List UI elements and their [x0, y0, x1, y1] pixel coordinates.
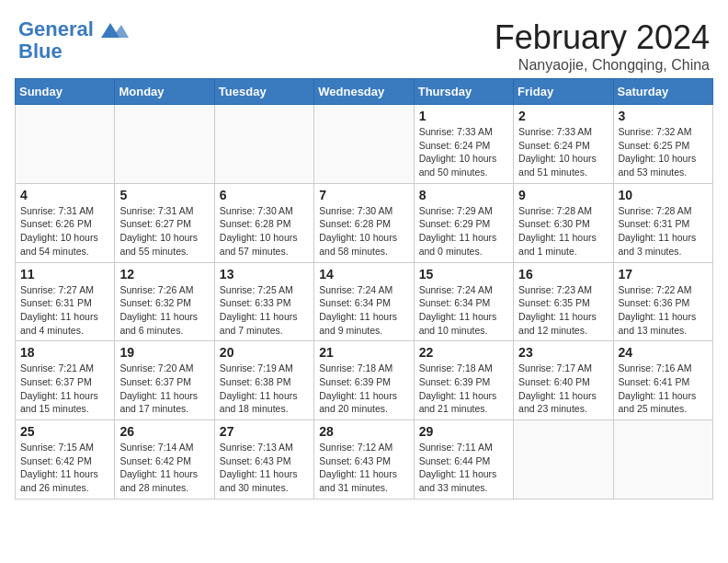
day-number: 11 — [20, 267, 109, 282]
calendar-cell — [613, 420, 712, 500]
calendar-cell: 26Sunrise: 7:14 AM Sunset: 6:42 PM Dayli… — [115, 420, 214, 500]
day-info: Sunrise: 7:29 AM Sunset: 6:29 PM Dayligh… — [419, 204, 508, 259]
day-info: Sunrise: 7:30 AM Sunset: 6:28 PM Dayligh… — [220, 204, 309, 259]
calendar-cell: 25Sunrise: 7:15 AM Sunset: 6:42 PM Dayli… — [16, 420, 115, 500]
day-info: Sunrise: 7:21 AM Sunset: 6:37 PM Dayligh… — [20, 362, 109, 416]
week-row-1: 1Sunrise: 7:33 AM Sunset: 6:24 PM Daylig… — [16, 105, 713, 184]
day-number: 25 — [20, 424, 109, 439]
calendar-cell: 17Sunrise: 7:22 AM Sunset: 6:36 PM Dayli… — [613, 262, 712, 341]
day-header-friday: Friday — [514, 79, 613, 105]
day-header-tuesday: Tuesday — [214, 79, 313, 105]
calendar-cell: 7Sunrise: 7:30 AM Sunset: 6:28 PM Daylig… — [314, 183, 414, 262]
logo-text: General — [18, 18, 129, 40]
day-number: 26 — [119, 424, 209, 439]
day-info: Sunrise: 7:33 AM Sunset: 6:24 PM Dayligh… — [419, 125, 508, 179]
day-header-saturday: Saturday — [613, 79, 712, 105]
day-info: Sunrise: 7:16 AM Sunset: 6:41 PM Dayligh… — [619, 362, 708, 416]
calendar-cell — [214, 105, 313, 184]
day-info: Sunrise: 7:33 AM Sunset: 6:24 PM Dayligh… — [518, 125, 608, 179]
week-row-4: 18Sunrise: 7:21 AM Sunset: 6:37 PM Dayli… — [16, 341, 713, 420]
header: General Blue February 2024 Nanyaojie, Ch… — [9, 9, 719, 78]
calendar-cell: 28Sunrise: 7:12 AM Sunset: 6:43 PM Dayli… — [314, 420, 414, 500]
day-number: 27 — [220, 424, 309, 439]
day-number: 3 — [619, 109, 708, 123]
day-number: 15 — [419, 267, 508, 282]
day-number: 10 — [619, 188, 708, 202]
day-number: 7 — [319, 188, 408, 202]
day-number: 4 — [20, 188, 109, 202]
day-info: Sunrise: 7:13 AM Sunset: 6:43 PM Dayligh… — [220, 441, 309, 495]
day-header-sunday: Sunday — [16, 79, 115, 105]
day-info: Sunrise: 7:17 AM Sunset: 6:40 PM Dayligh… — [518, 362, 608, 416]
day-number: 13 — [220, 267, 309, 282]
week-row-2: 4Sunrise: 7:31 AM Sunset: 6:26 PM Daylig… — [16, 183, 713, 262]
day-number: 16 — [518, 267, 608, 282]
calendar-cell: 20Sunrise: 7:19 AM Sunset: 6:38 PM Dayli… — [214, 341, 313, 420]
calendar-cell: 10Sunrise: 7:28 AM Sunset: 6:31 PM Dayli… — [613, 183, 712, 262]
day-info: Sunrise: 7:15 AM Sunset: 6:42 PM Dayligh… — [20, 441, 109, 495]
day-info: Sunrise: 7:32 AM Sunset: 6:25 PM Dayligh… — [619, 125, 708, 179]
day-info: Sunrise: 7:26 AM Sunset: 6:32 PM Dayligh… — [119, 283, 209, 338]
day-info: Sunrise: 7:28 AM Sunset: 6:31 PM Dayligh… — [619, 204, 708, 259]
day-info: Sunrise: 7:22 AM Sunset: 6:36 PM Dayligh… — [619, 283, 708, 338]
day-number: 18 — [20, 345, 109, 360]
calendar-cell: 6Sunrise: 7:30 AM Sunset: 6:28 PM Daylig… — [214, 183, 313, 262]
day-header-thursday: Thursday — [414, 79, 513, 105]
calendar-cell: 22Sunrise: 7:18 AM Sunset: 6:39 PM Dayli… — [414, 341, 513, 420]
calendar-cell: 16Sunrise: 7:23 AM Sunset: 6:35 PM Dayli… — [514, 262, 613, 341]
week-row-5: 25Sunrise: 7:15 AM Sunset: 6:42 PM Dayli… — [16, 420, 713, 500]
day-number: 24 — [619, 345, 708, 360]
logo-icon — [101, 21, 129, 40]
calendar-cell — [514, 420, 613, 500]
calendar-cell: 14Sunrise: 7:24 AM Sunset: 6:34 PM Dayli… — [314, 262, 414, 341]
day-info: Sunrise: 7:18 AM Sunset: 6:39 PM Dayligh… — [419, 362, 508, 416]
day-number: 23 — [518, 345, 608, 360]
day-info: Sunrise: 7:19 AM Sunset: 6:38 PM Dayligh… — [220, 362, 309, 416]
logo: General Blue — [18, 18, 129, 63]
day-info: Sunrise: 7:23 AM Sunset: 6:35 PM Dayligh… — [518, 283, 608, 338]
day-info: Sunrise: 7:24 AM Sunset: 6:34 PM Dayligh… — [419, 283, 508, 338]
day-header-monday: Monday — [115, 79, 214, 105]
day-info: Sunrise: 7:31 AM Sunset: 6:27 PM Dayligh… — [119, 204, 209, 259]
day-number: 22 — [419, 345, 508, 360]
calendar-cell: 24Sunrise: 7:16 AM Sunset: 6:41 PM Dayli… — [613, 341, 712, 420]
calendar-cell: 2Sunrise: 7:33 AM Sunset: 6:24 PM Daylig… — [514, 105, 613, 184]
calendar-cell: 27Sunrise: 7:13 AM Sunset: 6:43 PM Dayli… — [214, 420, 313, 500]
calendar-cell: 5Sunrise: 7:31 AM Sunset: 6:27 PM Daylig… — [115, 183, 214, 262]
calendar-cell: 19Sunrise: 7:20 AM Sunset: 6:37 PM Dayli… — [115, 341, 214, 420]
day-info: Sunrise: 7:27 AM Sunset: 6:31 PM Dayligh… — [20, 283, 109, 338]
day-info: Sunrise: 7:11 AM Sunset: 6:44 PM Dayligh… — [419, 441, 508, 495]
day-number: 19 — [119, 345, 209, 360]
calendar-cell: 3Sunrise: 7:32 AM Sunset: 6:25 PM Daylig… — [613, 105, 712, 184]
day-number: 20 — [220, 345, 309, 360]
day-number: 8 — [419, 188, 508, 202]
calendar-cell: 18Sunrise: 7:21 AM Sunset: 6:37 PM Dayli… — [16, 341, 115, 420]
day-info: Sunrise: 7:31 AM Sunset: 6:26 PM Dayligh… — [20, 204, 109, 259]
calendar-cell: 21Sunrise: 7:18 AM Sunset: 6:39 PM Dayli… — [314, 341, 414, 420]
day-info: Sunrise: 7:24 AM Sunset: 6:34 PM Dayligh… — [319, 283, 408, 338]
calendar-cell: 9Sunrise: 7:28 AM Sunset: 6:30 PM Daylig… — [514, 183, 613, 262]
calendar-cell: 1Sunrise: 7:33 AM Sunset: 6:24 PM Daylig… — [414, 105, 513, 184]
calendar-cell: 8Sunrise: 7:29 AM Sunset: 6:29 PM Daylig… — [414, 183, 513, 262]
calendar-cell: 4Sunrise: 7:31 AM Sunset: 6:26 PM Daylig… — [16, 183, 115, 262]
day-number: 28 — [319, 424, 408, 439]
calendar-cell — [16, 105, 115, 184]
calendar-cell: 29Sunrise: 7:11 AM Sunset: 6:44 PM Dayli… — [414, 420, 513, 500]
calendar-cell: 23Sunrise: 7:17 AM Sunset: 6:40 PM Dayli… — [514, 341, 613, 420]
title-area: February 2024 Nanyaojie, Chongqing, Chin… — [495, 18, 710, 74]
day-number: 6 — [220, 188, 309, 202]
day-number: 21 — [319, 345, 408, 360]
day-info: Sunrise: 7:28 AM Sunset: 6:30 PM Dayligh… — [518, 204, 608, 259]
calendar-table: SundayMondayTuesdayWednesdayThursdayFrid… — [15, 78, 713, 500]
day-info: Sunrise: 7:20 AM Sunset: 6:37 PM Dayligh… — [119, 362, 209, 416]
day-number: 14 — [319, 267, 408, 282]
day-number: 2 — [518, 109, 608, 123]
calendar-cell — [314, 105, 414, 184]
calendar-cell: 13Sunrise: 7:25 AM Sunset: 6:33 PM Dayli… — [214, 262, 313, 341]
week-row-3: 11Sunrise: 7:27 AM Sunset: 6:31 PM Dayli… — [16, 262, 713, 341]
month-year: February 2024 — [495, 18, 710, 57]
day-number: 17 — [619, 267, 708, 282]
day-info: Sunrise: 7:18 AM Sunset: 6:39 PM Dayligh… — [319, 362, 408, 416]
day-header-wednesday: Wednesday — [314, 79, 414, 105]
calendar-cell — [115, 105, 214, 184]
